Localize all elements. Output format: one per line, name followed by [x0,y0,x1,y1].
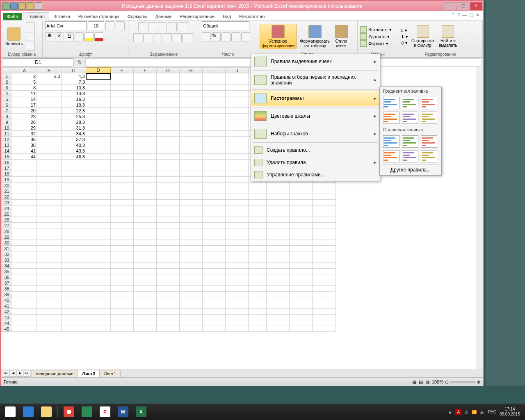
cell-Q30[interactable] [290,240,313,246]
cell-B17[interactable] [37,165,62,171]
tray-lang[interactable]: РУС [488,410,496,414]
cell-D28[interactable] [86,228,111,234]
cell-I44[interactable] [203,320,226,326]
row-header-20[interactable]: 20 [2,183,12,188]
cell-I6[interactable] [203,102,226,108]
find-select-button[interactable]: Найти и выделить [437,25,459,48]
cell-J7[interactable] [226,108,249,114]
row-header-21[interactable]: 21 [2,188,12,194]
cell-K22[interactable] [249,194,267,200]
cell-E31[interactable] [111,246,134,251]
cell-F3[interactable] [134,85,157,91]
row-header-19[interactable]: 19 [2,177,12,183]
cell-D37[interactable] [86,280,111,286]
cell-I10[interactable] [203,125,226,131]
decrease-font-icon[interactable] [116,21,125,30]
cell-Q29[interactable] [290,234,313,240]
cell-J24[interactable] [226,205,249,211]
copy-icon[interactable] [26,32,35,41]
cell-J18[interactable] [226,171,249,177]
select-all-corner[interactable] [2,68,12,73]
cell-B39[interactable] [37,292,62,297]
row-header-3[interactable]: 3 [2,85,12,91]
cell-F7[interactable] [134,108,157,114]
cell-H38[interactable] [180,286,203,292]
cell-R23[interactable] [313,200,336,205]
cell-E40[interactable] [111,297,134,303]
cell-E36[interactable] [111,274,134,280]
cell-C25[interactable] [62,211,86,217]
cell-Q26[interactable] [290,217,313,223]
cell-I17[interactable] [203,165,226,171]
cell-K25[interactable] [249,211,267,217]
cell-H45[interactable] [180,326,203,332]
tray-network-icon[interactable]: 📶 [472,410,477,414]
cell-C45[interactable] [62,326,86,332]
undo-icon[interactable] [18,2,26,10]
cell-A14[interactable]: 41 [12,148,37,154]
cell-C38[interactable] [62,286,86,292]
menu-color-scales[interactable]: Цветовые шкалы▶ [251,109,380,123]
cell-C40[interactable] [62,297,86,303]
cell-I7[interactable] [203,108,226,114]
cell-A5[interactable]: 14 [12,96,37,102]
row-header-27[interactable]: 27 [2,223,12,228]
cell-P23[interactable] [267,200,290,205]
cell-K44[interactable] [249,320,267,326]
cell-C17[interactable] [62,165,86,171]
cell-H4[interactable] [180,91,203,96]
cell-B10[interactable] [37,125,62,131]
cell-H20[interactable] [180,183,203,188]
cell-G5[interactable] [157,96,180,102]
row-header-43[interactable]: 43 [2,315,12,320]
row-header-38[interactable]: 38 [2,286,12,292]
cell-P37[interactable] [267,280,290,286]
cell-H30[interactable] [180,240,203,246]
cell-F30[interactable] [134,240,157,246]
cell-F40[interactable] [134,297,157,303]
cell-I20[interactable] [203,183,226,188]
cell-E34[interactable] [111,263,134,269]
cell-E41[interactable] [111,303,134,309]
cell-Q34[interactable] [290,263,313,269]
cell-G23[interactable] [157,200,180,205]
cell-G8[interactable] [157,114,180,119]
cell-Q22[interactable] [290,194,313,200]
cell-R34[interactable] [313,263,336,269]
cell-A28[interactable] [12,228,37,234]
cell-C12[interactable]: 37,3 [62,137,86,142]
orientation-icon[interactable] [168,22,177,31]
dec-decimal-icon[interactable] [241,32,250,41]
cell-E2[interactable] [111,79,134,85]
cell-F32[interactable] [134,251,157,257]
format-painter-icon[interactable] [26,42,35,51]
cell-I12[interactable] [203,137,226,142]
cell-E22[interactable] [111,194,134,200]
cell-G26[interactable] [157,217,180,223]
cell-Q27[interactable] [290,223,313,228]
cell-C7[interactable]: 22,3 [62,108,86,114]
cell-B19[interactable] [37,177,62,183]
cell-B4[interactable] [37,91,62,96]
cell-B28[interactable] [37,228,62,234]
cell-B34[interactable] [37,263,62,269]
cell-J44[interactable] [226,320,249,326]
cell-F38[interactable] [134,286,157,292]
cell-A24[interactable] [12,205,37,211]
cell-H35[interactable] [180,269,203,274]
cell-D19[interactable] [86,177,111,183]
cell-P31[interactable] [267,246,290,251]
cell-P34[interactable] [267,263,290,269]
cell-D13[interactable] [86,142,111,148]
cell-H8[interactable] [180,114,203,119]
cell-P41[interactable] [267,303,290,309]
cell-H11[interactable] [180,131,203,137]
cell-J21[interactable] [226,188,249,194]
cell-J32[interactable] [226,251,249,257]
row-header-30[interactable]: 30 [2,240,12,246]
cell-C19[interactable] [62,177,86,183]
cell-E9[interactable] [111,119,134,125]
cell-R24[interactable] [313,205,336,211]
cell-E35[interactable] [111,269,134,274]
cell-I34[interactable] [203,263,226,269]
